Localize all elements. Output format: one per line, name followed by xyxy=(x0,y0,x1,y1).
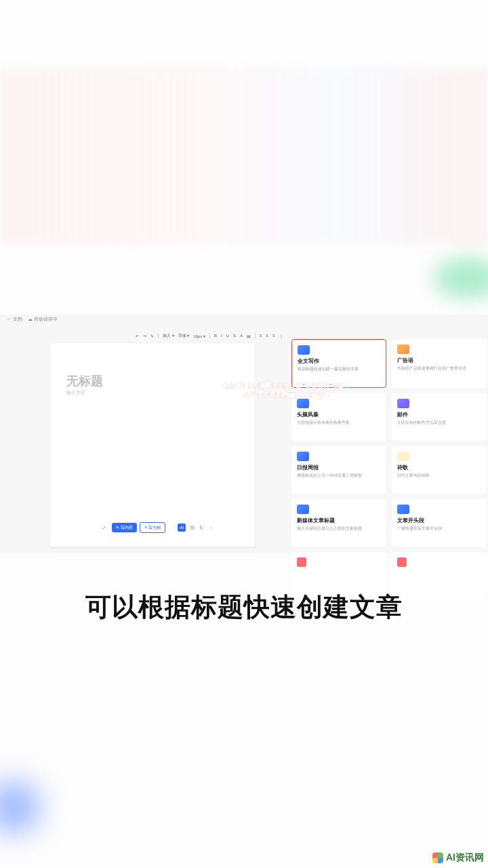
template-card-4[interactable]: 日报周报将模板化的立马一分钟完成工作报告 xyxy=(291,446,386,494)
history-icon[interactable]: ↻ xyxy=(198,524,205,531)
bold-button[interactable]: B xyxy=(214,334,217,338)
more-button[interactable]: ⋮ xyxy=(279,334,283,338)
redo-button[interactable]: ↷ xyxy=(143,334,146,338)
highlight-button[interactable]: ▤ xyxy=(247,334,251,338)
card-icon xyxy=(397,452,409,461)
indent-button[interactable]: ≡ xyxy=(272,334,275,338)
annotation-line-2: 这里可以根据标题快速创建文章 xyxy=(188,391,385,400)
write-outline-button[interactable]: ✎ 写大纲 xyxy=(140,522,166,533)
separator xyxy=(158,333,159,338)
template-card-6[interactable]: 新媒体文章标题输入关键信息成引人入胜的文案标题 xyxy=(291,499,386,547)
template-card-1[interactable]: 广告语为你的产品快速量身打造的广告宣传语 xyxy=(392,339,487,388)
annotation-line-1: 在右侧中找到需要的功能，即"全文写作"功能， xyxy=(188,381,385,391)
format-paint-button[interactable]: ✎ xyxy=(150,334,154,338)
template-card-7[interactable]: 文章开头段一键快速的写文章开头段 xyxy=(392,499,487,547)
watermark-text: AI资讯网 xyxy=(446,852,484,864)
ai-button[interactable]: AI xyxy=(178,524,186,532)
document-canvas[interactable]: 无标题 输入文字 xyxy=(50,343,255,547)
card-icon xyxy=(297,505,309,514)
card-title: 广告语 xyxy=(397,357,481,364)
video-caption: 可以根据标题快速创建文章 xyxy=(0,590,488,625)
back-button[interactable]: ← 文档 xyxy=(7,316,22,323)
write-content-button[interactable]: ✎ 写内容 xyxy=(112,523,137,532)
list-button[interactable]: ≡ xyxy=(266,334,269,338)
card-desc: 将模板化的立马一分钟完成工作报告 xyxy=(297,473,381,479)
card-icon xyxy=(397,344,409,354)
card-desc: 根据标题快速创建一篇完整的文章 xyxy=(298,367,380,372)
textcolor-button[interactable]: A xyxy=(240,334,243,338)
card-title: 全文写作 xyxy=(298,357,380,365)
card-desc: 大胆地设计你未来的各类方案 xyxy=(297,420,381,426)
card-icon xyxy=(297,399,309,408)
card-title: 头脑风暴 xyxy=(297,411,381,418)
annotation-text: 在右侧中找到需要的功能，即"全文写作"功能， 这里可以根据标题快速创建文章 xyxy=(188,381,385,400)
insert-dropdown[interactable]: 插入 ▾ xyxy=(163,333,174,339)
undo-button[interactable]: ↶ xyxy=(136,334,139,338)
autosave-status: ☁ 自动保存中 xyxy=(28,316,58,323)
next-icon[interactable]: › xyxy=(207,524,214,531)
font-dropdown[interactable]: 字体 ▾ xyxy=(178,333,190,339)
template-panel: 全文写作根据标题快速创建一篇完整的文章广告语为你的产品快速量身打造的广告宣传语头… xyxy=(291,339,487,553)
template-card-3[interactable]: 邮件入职后你的邮件怎么写合适 xyxy=(392,393,487,441)
card-icon xyxy=(297,452,309,461)
underline-button[interactable]: U xyxy=(226,334,229,338)
bg-blur xyxy=(0,68,488,244)
card-title: 日报周报 xyxy=(297,464,381,471)
card-title: 新媒体文章标题 xyxy=(297,517,381,524)
card-title: 诗歌 xyxy=(397,464,481,471)
card-icon xyxy=(397,399,409,408)
size-dropdown[interactable]: 16px ▾ xyxy=(193,334,205,338)
card-icon xyxy=(298,345,310,355)
document-body-input[interactable]: 输入文字 xyxy=(66,389,85,396)
card-desc: 入职后你的邮件怎么写合适 xyxy=(397,420,481,426)
card-desc: 输入关键信息成引人入胜的文案标题 xyxy=(297,526,381,532)
settings-icon[interactable]: ⚙ xyxy=(188,524,195,531)
card-desc: 一键快速的写文章开头段 xyxy=(397,526,481,532)
separator xyxy=(209,333,210,338)
card-icon xyxy=(397,505,409,514)
card-icon xyxy=(397,557,407,567)
card-title: 邮件 xyxy=(397,411,481,418)
card-title: 文章开头段 xyxy=(397,517,481,524)
watermark: AI资讯网 xyxy=(432,852,484,864)
template-card-2[interactable]: 头脑风暴大胆地设计你未来的各类方案 xyxy=(291,393,386,441)
align-button[interactable]: ≡ xyxy=(260,334,262,338)
card-icon xyxy=(297,557,306,567)
strike-button[interactable]: S xyxy=(233,334,236,338)
card-desc: 为你的产品快速量身打造的广告宣传语 xyxy=(397,366,481,372)
document-title-input[interactable]: 无标题 xyxy=(66,373,103,389)
card-desc: 别方正那句的诗歌 xyxy=(397,473,481,479)
separator xyxy=(255,333,256,338)
expand-icon[interactable]: ⤢ xyxy=(102,525,106,531)
watermark-icon xyxy=(432,852,443,863)
ai-bottom-bar: ⤢ ✎ 写内容 ✎ 写大纲 AI ⚙ ↻ › xyxy=(102,522,224,533)
italic-button[interactable]: I xyxy=(221,334,222,338)
template-card-5[interactable]: 诗歌别方正那句的诗歌 xyxy=(392,446,487,494)
